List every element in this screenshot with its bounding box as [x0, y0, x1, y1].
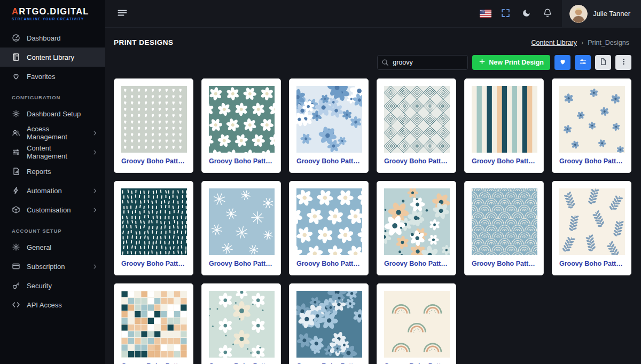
print-design-card[interactable]: Groovy Boho Patter… [464, 181, 544, 275]
sidebar-item-label: General [27, 243, 51, 251]
sidebar-item-favorites[interactable]: Favorites [0, 67, 105, 86]
card-title[interactable]: Groovy Boho Patter… [384, 157, 449, 165]
fullscreen-button[interactable] [499, 6, 512, 21]
us-flag-icon[interactable] [480, 10, 491, 18]
sidebar-nav: Dashboard Content Library Favorites CONF… [0, 28, 105, 314]
brand-tagline: STREAMLINE YOUR CREATIVITY [12, 17, 105, 21]
brand[interactable]: ARTGO.DIGITAL STREAMLINE YOUR CREATIVITY [0, 0, 105, 23]
chevron-right-icon [92, 207, 98, 213]
gear-icon [12, 109, 20, 118]
plus-icon [479, 58, 486, 67]
sidebar-item-security[interactable]: Security [0, 276, 105, 295]
print-design-card[interactable]: Groovy Boho Patter… [114, 283, 193, 364]
search-input[interactable] [377, 55, 468, 70]
avatar [569, 5, 588, 23]
pattern-thumbnail-checkered-mosaic [121, 291, 187, 358]
sidebar-item-label: Automation [27, 187, 62, 195]
toolbar: New Print Design [105, 55, 641, 70]
new-print-design-label: New Print Design [489, 59, 544, 66]
sidebar-item-automation[interactable]: Automation [0, 181, 105, 200]
print-design-card[interactable]: Groovy Boho Patter… [377, 181, 456, 275]
card-title[interactable]: Groovy Boho Patter… [209, 157, 273, 165]
filter-sliders-icon [579, 58, 587, 67]
sidebar-item-dashboard-setup[interactable]: Dashboard Setup [0, 104, 105, 123]
hamburger-menu-button[interactable] [115, 5, 130, 22]
breadcrumb-separator: › [581, 39, 583, 46]
sidebar-item-content-management[interactable]: Content Management [0, 143, 105, 162]
sidebar-item-label: Dashboard Setup [27, 110, 81, 118]
sidebar-item-access-management[interactable]: Access Management [0, 123, 105, 143]
print-design-card[interactable]: Groovy Boho Patter… [289, 283, 369, 364]
print-design-card[interactable]: Groovy Boho Patter… [377, 78, 456, 173]
heart-icon [12, 72, 20, 81]
search-icon [381, 59, 389, 68]
more-options-button[interactable] [615, 55, 631, 70]
search-box [377, 55, 468, 70]
sidebar-item-label: Content Management [27, 144, 85, 160]
notifications-button[interactable] [541, 6, 554, 21]
sidebar-item-reports[interactable]: Reports [0, 162, 105, 181]
breadcrumb-link[interactable]: Content Library [531, 39, 577, 46]
sidebar-item-label: Subscription [27, 263, 65, 271]
export-button[interactable] [595, 55, 611, 70]
pattern-thumbnail-white-hearts-on-sage [121, 86, 187, 153]
print-design-card[interactable]: Groovy Boho Patter… [552, 181, 631, 275]
breadcrumb: Content Library › Print_Designs [531, 39, 629, 46]
sidebar-item-label: Favorites [27, 73, 55, 81]
card-title[interactable]: Groovy Boho Patter… [209, 260, 273, 267]
user-menu[interactable]: Julie Tanner [562, 0, 641, 28]
print-design-card[interactable]: Groovy Boho Patter… [552, 78, 631, 173]
sidebar-item-subscription[interactable]: Subscription [0, 257, 105, 276]
card-title[interactable]: Groovy Boho Patter… [296, 260, 361, 267]
pattern-thumbnail-scallop-fans-on-blue [472, 188, 537, 255]
card-title[interactable]: Groovy Boho Patter… [121, 260, 186, 267]
card-title[interactable]: Groovy Boho Patter… [121, 157, 186, 165]
bell-icon [543, 8, 552, 19]
pattern-thumbnail-white-daisies-on-teal [209, 86, 275, 153]
new-print-design-button[interactable]: New Print Design [472, 55, 550, 70]
pattern-thumbnail-white-starbursts-on-blue [209, 188, 275, 255]
card-title[interactable]: Groovy Boho Patter… [472, 260, 536, 267]
sidebar-item-content-library[interactable]: Content Library [0, 48, 105, 67]
sidebar-item-label: Customisation [27, 206, 71, 214]
sidebar-item-label: Dashboard [27, 34, 61, 42]
pattern-thumbnail-blue-retro-floral [296, 86, 362, 153]
dark-mode-button[interactable] [520, 6, 533, 21]
pattern-thumbnail-white-dashes-on-dark-teal [121, 188, 187, 255]
sidebar-section-title: ACCOUNT SETUP [0, 219, 105, 238]
print-design-card[interactable]: Groovy Boho Patter… [464, 78, 544, 173]
card-title[interactable]: Groovy Boho Patter… [559, 260, 624, 267]
page-head: PRINT DESIGNS Content Library › Print_De… [105, 28, 641, 46]
card-title[interactable]: Groovy Boho Patter… [559, 157, 624, 165]
sidebar-item-customisation[interactable]: Customisation [0, 200, 105, 219]
chevron-right-icon [92, 149, 98, 155]
favorites-filter-button[interactable] [554, 55, 570, 70]
pattern-thumbnail-vertical-stripes [472, 86, 537, 153]
print-design-card[interactable]: Groovy Boho Patter… [289, 181, 369, 275]
pattern-thumbnail-blue-leaf-sprigs-on-cream [559, 188, 625, 255]
sidebar-item-api-access[interactable]: API Access [0, 295, 105, 314]
fullscreen-icon [501, 9, 510, 19]
pattern-thumbnail-scattered-blue-blossoms-on-cream [559, 86, 625, 153]
card-title[interactable]: Groovy Boho Patter… [472, 157, 536, 165]
brand-logo: ARTGO.DIGITAL [12, 6, 105, 17]
print-design-card[interactable]: Groovy Boho Patter… [201, 181, 281, 275]
topbar: Julie Tanner [105, 0, 641, 28]
card-title[interactable]: Groovy Boho Patter… [384, 260, 449, 267]
box-icon [12, 205, 20, 214]
sidebar-item-general[interactable]: General [0, 238, 105, 257]
gear-icon [12, 243, 20, 251]
print-design-card[interactable]: Groovy Boho Patter… [289, 78, 369, 173]
print-design-card[interactable]: Groovy Boho Patter… [377, 283, 456, 364]
card-title[interactable]: Groovy Boho Patter… [296, 157, 361, 165]
filter-button[interactable] [575, 55, 591, 70]
sidebar-item-label: Access Management [27, 125, 85, 141]
print-design-card[interactable]: Groovy Boho Patter… [114, 181, 193, 275]
sliders-icon [12, 148, 20, 156]
print-design-card[interactable]: Groovy Boho Patter… [201, 283, 281, 364]
print-design-card[interactable]: Groovy Boho Patter… [114, 78, 193, 173]
print-design-card[interactable]: Groovy Boho Patter… [201, 78, 281, 173]
pattern-thumbnail-geometric-diamonds [384, 86, 450, 153]
sidebar-item-dashboard[interactable]: Dashboard [0, 28, 105, 48]
file-icon [599, 58, 607, 67]
